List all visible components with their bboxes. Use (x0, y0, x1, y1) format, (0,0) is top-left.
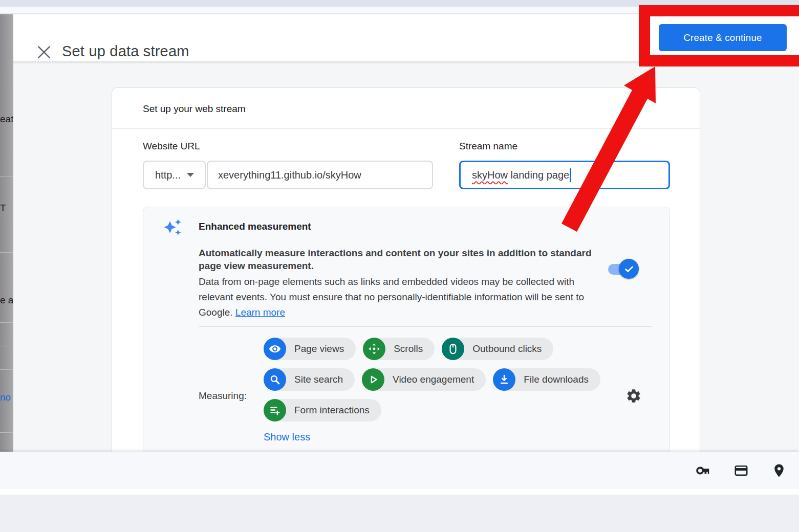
chip-file-downloads[interactable]: File downloads (493, 368, 600, 391)
background-divider-fragment (0, 176, 13, 177)
card-title: Set up your web stream (143, 103, 246, 115)
website-url-value: xeverything11.github.io/skyHow (218, 169, 361, 181)
credit-card-icon[interactable] (733, 463, 749, 478)
stream-name-value-misspelled: skyHow (472, 169, 508, 181)
website-url-input[interactable]: xeverything11.github.io/skyHow (207, 161, 433, 189)
background-divider-fragment (0, 432, 13, 433)
screen: Set up your web stream Website URL http.… (0, 0, 799, 532)
background-text-fragment: T (0, 203, 6, 214)
download-icon (493, 368, 515, 391)
enhanced-measurement-title: Enhanced measurement (199, 221, 311, 232)
background-divider-fragment (0, 369, 13, 370)
chip-site-search[interactable]: Site search (264, 368, 355, 391)
key-icon[interactable] (696, 463, 711, 478)
form-icon (264, 399, 286, 422)
background-divider-fragment (0, 252, 13, 253)
show-less-link[interactable]: Show less (264, 431, 310, 443)
stream-name-input[interactable]: skyHow landing page (459, 161, 670, 189)
stream-name-value-rest: landing page (508, 169, 569, 181)
measuring-label: Measuring: (199, 390, 247, 402)
chip-video-engagement[interactable]: Video engagement (362, 368, 486, 391)
location-pin-icon[interactable] (771, 463, 787, 478)
close-icon[interactable] (36, 44, 52, 60)
enhanced-measurement-description-bold: Automatically measure interactions and c… (199, 247, 600, 272)
chip-label: Page views (294, 343, 344, 354)
create-continue-button[interactable]: Create & continue (659, 24, 787, 51)
background-text-fragment: no (0, 392, 11, 403)
search-icon (264, 368, 286, 391)
chevron-down-icon (187, 173, 194, 177)
enhanced-measurement-description: Data from on-page elements such as links… (199, 274, 598, 320)
dialog-content: Set up your web stream Website URL http.… (0, 61, 799, 452)
background-divider-fragment (0, 346, 13, 346)
autofill-bar (0, 452, 799, 489)
chip-label: Site search (294, 374, 343, 385)
toggle-thumb (619, 259, 639, 279)
check-icon (623, 263, 635, 275)
protocol-select[interactable]: http... (143, 161, 206, 189)
bottom-gap (0, 489, 799, 495)
dialog-title: Set up data stream (62, 43, 189, 60)
chip-label: Form interactions (294, 405, 370, 416)
card-divider (112, 128, 700, 129)
measuring-chips: Page viewsScrollsOutbound clicksSite sea… (264, 338, 618, 422)
play-icon (362, 368, 384, 391)
chip-form-interactions[interactable]: Form interactions (264, 399, 381, 422)
chip-label: File downloads (524, 374, 589, 385)
measuring-divider (199, 326, 652, 327)
website-url-label: Website URL (143, 141, 200, 152)
background-text-fragment: e a (0, 295, 13, 306)
stream-name-label: Stream name (459, 141, 517, 152)
chip-outbound-clicks[interactable]: Outbound clicks (442, 338, 553, 360)
enhanced-measurement-toggle[interactable] (608, 258, 637, 280)
chip-scrolls[interactable]: Scrolls (363, 338, 435, 360)
background-scrim: eatiTe ano (0, 14, 13, 452)
background-divider-fragment (0, 322, 13, 323)
learn-more-link[interactable]: Learn more (235, 307, 285, 318)
enhanced-measurement-panel: Enhanced measurement Automatically measu… (143, 207, 670, 462)
text-cursor (570, 168, 571, 182)
scroll-icon (363, 338, 385, 360)
background-text-fragment: eati (0, 114, 13, 125)
chip-page-views[interactable]: Page views (264, 338, 356, 360)
chip-label: Video engagement (393, 374, 474, 385)
gear-icon[interactable] (625, 388, 642, 404)
sparkle-icon (162, 217, 183, 238)
eye-icon (264, 338, 286, 360)
chip-label: Scrolls (394, 343, 423, 354)
mouse-icon (442, 338, 464, 360)
android-nav-bar (0, 495, 799, 532)
chip-label: Outbound clicks (472, 343, 542, 354)
protocol-value: http... (155, 169, 181, 181)
